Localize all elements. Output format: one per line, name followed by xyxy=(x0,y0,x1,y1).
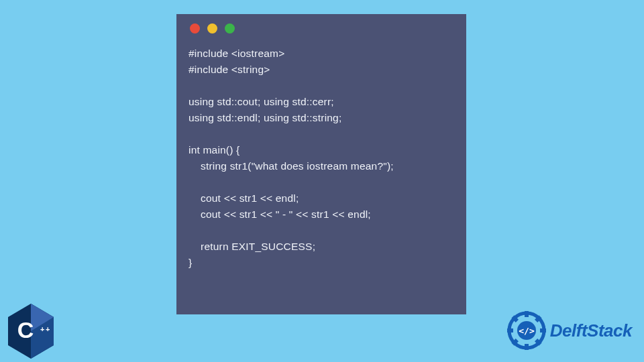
code-block: #include <iostream> #include <string> us… xyxy=(189,46,454,271)
svg-rect-7 xyxy=(540,328,546,333)
close-icon xyxy=(190,23,200,34)
cpp-hex-icon: C + + xyxy=(5,302,56,360)
minimize-icon xyxy=(207,23,217,34)
svg-text:</>: </> xyxy=(519,326,535,336)
cpp-plus: + xyxy=(46,325,50,333)
code-window: #include <iostream> #include <string> us… xyxy=(176,14,466,314)
delftstack-logo: </> DelftStack xyxy=(507,311,632,350)
cpp-plus: + xyxy=(40,325,44,333)
cpp-logo: C + + xyxy=(0,300,62,362)
svg-rect-4 xyxy=(525,311,529,317)
gear-icon: </> xyxy=(507,311,546,350)
maximize-icon xyxy=(225,23,235,34)
window-traffic-lights xyxy=(190,23,454,34)
cpp-letter: C xyxy=(17,317,34,343)
delftstack-brand-text: DelftStack xyxy=(550,320,632,341)
svg-rect-6 xyxy=(507,328,513,333)
svg-rect-5 xyxy=(525,344,529,350)
